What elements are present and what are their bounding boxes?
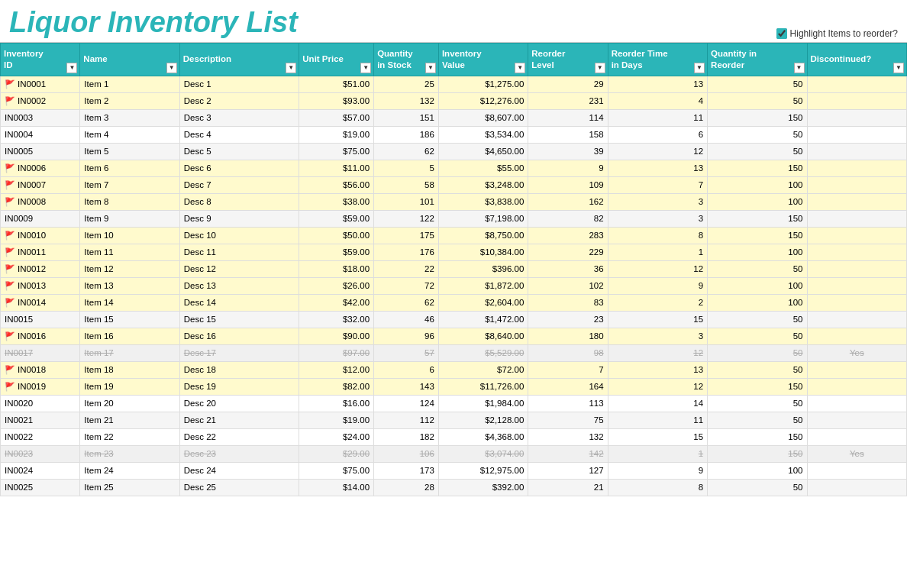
table-row: IN0024Item 24Desc 24$75.00173$12,975.001… [1, 462, 907, 479]
cell-desc: Desc 15 [179, 311, 299, 328]
col-filter-rlevel[interactable]: ▼ [595, 63, 605, 73]
highlight-label[interactable]: Highlight Items to reorder? [776, 28, 898, 39]
col-filter-id[interactable]: ▼ [66, 63, 77, 73]
flag-icon: 🚩 [5, 247, 15, 257]
cell-rlevel: 39 [528, 143, 608, 160]
cell-inv: $8,640.00 [438, 328, 528, 344]
cell-name: Item 18 [80, 361, 179, 378]
table-row: IN0025Item 25Desc 25$14.0028$392.0021850 [1, 479, 907, 496]
cell-qreorder: 50 [708, 126, 807, 143]
cell-disc [807, 109, 906, 126]
cell-inv: $72.00 [438, 361, 528, 378]
cell-qreorder: 150 [708, 210, 807, 227]
cell-desc: Desc 24 [179, 462, 299, 479]
cell-uprice: $42.00 [299, 294, 374, 311]
cell-qty: 151 [374, 109, 439, 126]
cell-qty: 96 [374, 328, 439, 344]
cell-desc: Desc 12 [179, 260, 299, 277]
cell-inv: $1,472.00 [438, 311, 528, 328]
cell-inv: $8,607.00 [438, 109, 528, 126]
cell-rtime: 6 [608, 126, 707, 143]
cell-uprice: $59.00 [299, 210, 374, 227]
cell-disc [807, 311, 906, 328]
cell-rtime: 8 [608, 227, 707, 244]
flag-icon: 🚩 [5, 231, 15, 240]
cell-uprice: $19.00 [299, 126, 374, 143]
cell-qty: 25 [374, 76, 439, 92]
col-filter-disc[interactable]: ▼ [893, 63, 904, 73]
cell-desc: Desc 23 [179, 445, 299, 462]
cell-disc [807, 395, 906, 412]
col-header-qreorder: Quantity inReorder ▼ [708, 44, 807, 76]
cell-name: Item 20 [80, 395, 179, 412]
cell-qreorder: 50 [708, 311, 807, 328]
cell-qty: 62 [374, 294, 439, 311]
cell-rlevel: 127 [528, 462, 608, 479]
cell-desc: Desc 22 [179, 428, 299, 445]
table-row: IN0004Item 4Desc 4$19.00186$3,534.001586… [1, 126, 907, 143]
cell-id: 🚩IN0012 [1, 260, 80, 277]
table-row: 🚩IN0018Item 18Desc 18$12.006$72.0071350 [1, 361, 907, 378]
page-title: Liquor Inventory List [9, 6, 298, 39]
cell-qty: 112 [374, 412, 439, 428]
cell-name: Item 23 [80, 445, 179, 462]
cell-name: Item 11 [80, 244, 179, 260]
highlight-checkbox[interactable] [776, 28, 787, 39]
cell-disc [807, 76, 906, 92]
cell-rtime: 13 [608, 361, 707, 378]
cell-disc: Yes [807, 344, 906, 361]
cell-rtime: 2 [608, 294, 707, 311]
cell-qreorder: 150 [708, 378, 807, 395]
cell-qty: 176 [374, 244, 439, 260]
col-filter-uprice[interactable]: ▼ [360, 63, 371, 73]
col-filter-name[interactable]: ▼ [166, 63, 177, 73]
cell-rtime: 3 [608, 210, 707, 227]
flag-icon: 🚩 [5, 382, 15, 391]
table-row: 🚩IN0002Item 2Desc 2$93.00132$12,276.0023… [1, 92, 907, 109]
cell-qreorder: 50 [708, 479, 807, 496]
cell-desc: Desc 16 [179, 328, 299, 344]
cell-inv: $3,248.00 [438, 176, 528, 193]
cell-inv: $10,384.00 [438, 244, 528, 260]
cell-qreorder: 150 [708, 428, 807, 445]
cell-rtime: 1 [608, 244, 707, 260]
cell-rlevel: 283 [528, 227, 608, 244]
col-filter-inv[interactable]: ▼ [515, 63, 525, 73]
cell-desc: Desc 19 [179, 378, 299, 395]
cell-inv: $2,128.00 [438, 412, 528, 428]
cell-id: 🚩IN0011 [1, 244, 80, 260]
col-filter-rtime[interactable]: ▼ [694, 63, 705, 73]
flag-icon: 🚩 [5, 197, 15, 206]
cell-id: IN0005 [1, 143, 80, 160]
cell-disc [807, 294, 906, 311]
cell-inv: $4,368.00 [438, 428, 528, 445]
cell-rtime: 3 [608, 193, 707, 210]
cell-inv: $5,529.00 [438, 344, 528, 361]
col-filter-qreorder[interactable]: ▼ [794, 63, 805, 73]
col-filter-desc[interactable]: ▼ [286, 63, 296, 73]
cell-qty: 57 [374, 344, 439, 361]
cell-disc [807, 260, 906, 277]
cell-desc: Desc 14 [179, 294, 299, 311]
cell-qreorder: 100 [708, 176, 807, 193]
cell-rlevel: 83 [528, 294, 608, 311]
cell-disc [807, 277, 906, 294]
cell-qreorder: 50 [708, 344, 807, 361]
cell-name: Item 17 [80, 344, 179, 361]
cell-rtime: 12 [608, 344, 707, 361]
col-filter-qty[interactable]: ▼ [425, 63, 436, 73]
col-header-id: InventoryID ▼ [1, 44, 80, 76]
cell-rtime: 3 [608, 328, 707, 344]
cell-id: IN0004 [1, 126, 80, 143]
cell-disc [807, 428, 906, 445]
cell-desc: Desc 11 [179, 244, 299, 260]
cell-qty: 175 [374, 227, 439, 244]
cell-disc [807, 479, 906, 496]
cell-rlevel: 98 [528, 344, 608, 361]
cell-id: 🚩IN0002 [1, 92, 80, 109]
cell-rlevel: 75 [528, 412, 608, 428]
cell-desc: Desc 18 [179, 361, 299, 378]
cell-rtime: 9 [608, 462, 707, 479]
cell-name: Item 25 [80, 479, 179, 496]
cell-name: Item 24 [80, 462, 179, 479]
